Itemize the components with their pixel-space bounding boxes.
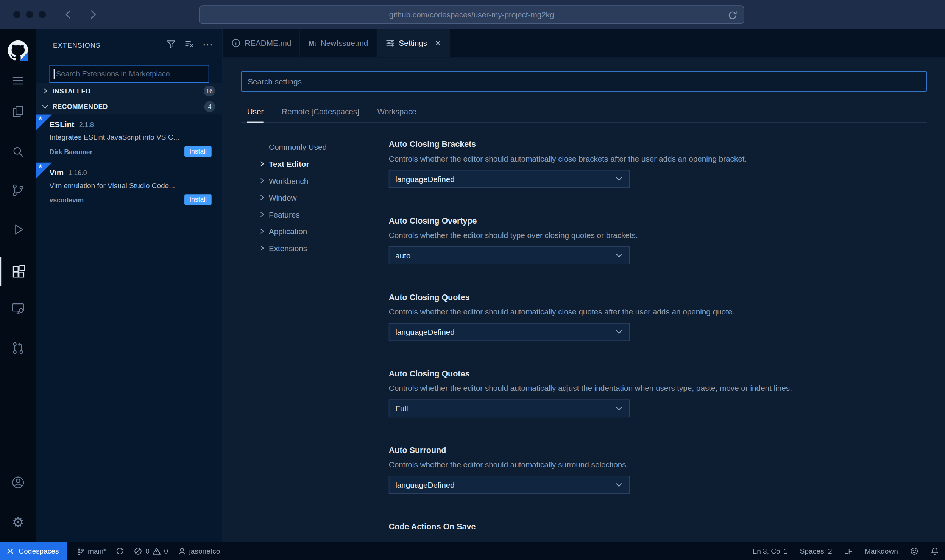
chevron-down-icon: [41, 103, 49, 111]
window-maximize-button[interactable]: [39, 11, 46, 18]
info-icon: [231, 39, 240, 48]
tab-settings[interactable]: Settings ✕: [377, 29, 450, 57]
branch-name: main*: [88, 547, 106, 555]
star-icon: ★: [38, 115, 43, 121]
extensions-search-input[interactable]: [50, 65, 209, 83]
editor-tab-bar: README.md M↓ NewIssue.md Settings ✕: [223, 29, 945, 57]
sidebar-item-settings[interactable]: ⚙: [0, 508, 36, 537]
scope-tab-remote[interactable]: Remote [Codespaces]: [282, 107, 359, 122]
url-text: github.com/codespaces/user-my-project-mg…: [389, 10, 554, 19]
filter-button[interactable]: [166, 39, 176, 51]
window-close-button[interactable]: [13, 11, 20, 18]
sync-button[interactable]: [111, 547, 129, 555]
sidebar-item-extensions[interactable]: [0, 257, 36, 286]
scope-tab-workspace[interactable]: Workspace: [377, 107, 416, 122]
user-status[interactable]: jasonetco: [173, 547, 225, 555]
toc-item-window[interactable]: Window: [259, 189, 388, 206]
settings-search-input[interactable]: [241, 71, 927, 92]
setting-title: Code Actions On Save: [389, 522, 927, 531]
github-codespaces-logo: [8, 40, 28, 61]
pull-request-icon: [11, 341, 25, 355]
sidebar-item-remote-explorer[interactable]: [0, 294, 36, 323]
toc-item-features[interactable]: Features: [259, 206, 388, 223]
scope-tab-user[interactable]: User: [247, 107, 264, 123]
feedback-smiley-icon: [910, 547, 918, 555]
source-control-icon: [11, 183, 25, 198]
setting-select[interactable]: auto: [389, 246, 630, 264]
warning-icon: [153, 547, 161, 555]
chevron-right-icon: [259, 212, 265, 218]
tab-readme[interactable]: README.md: [223, 29, 300, 57]
extension-list-item[interactable]: ★ Vim 1.16.0 Vim emulation for Visual St…: [36, 163, 223, 211]
filter-funnel-icon: [166, 39, 176, 48]
extension-name: ESLint: [50, 120, 75, 129]
setting-select[interactable]: languageDefined: [389, 476, 630, 494]
setting-row: Auto Surround Controls whether the edito…: [389, 446, 927, 494]
window-minimize-button[interactable]: [26, 11, 33, 18]
extension-list-item[interactable]: ★ ESLint 2.1.8 Integrates ESLint JavaScr…: [36, 114, 223, 162]
toc-label: Workbench: [269, 176, 308, 185]
browser-forward-button[interactable]: [88, 9, 99, 20]
sidebar-item-explorer[interactable]: [0, 97, 36, 126]
close-icon[interactable]: ✕: [435, 39, 441, 47]
indentation-status[interactable]: Spaces: 2: [794, 547, 838, 555]
sidebar-item-search[interactable]: [0, 137, 36, 166]
toc-label: Commonly Used: [269, 142, 327, 151]
bell-icon: [931, 547, 939, 555]
sidebar-item-run-debug[interactable]: [0, 215, 36, 244]
toc-item-text-editor[interactable]: Text Editor: [259, 156, 388, 173]
sidebar-item-pull-requests[interactable]: [0, 334, 36, 362]
settings-editor: User Remote [Codespaces] Workspace Commo…: [223, 57, 945, 542]
setting-select[interactable]: languageDefined: [389, 323, 630, 341]
recommended-count-badge: 4: [204, 101, 215, 112]
installed-count-badge: 16: [204, 86, 215, 96]
chevron-right-icon: [259, 161, 265, 167]
notifications-button[interactable]: [925, 547, 945, 555]
section-label: INSTALLED: [52, 87, 90, 95]
sidebar-item-account[interactable]: [0, 468, 36, 497]
toc-item-workbench[interactable]: Workbench: [259, 172, 388, 189]
branch-status[interactable]: main*: [72, 547, 111, 555]
toc-item-application[interactable]: Application: [259, 223, 388, 240]
chevron-right-icon: [259, 228, 265, 234]
chevron-right-icon: [259, 245, 265, 251]
username: jasonetco: [189, 547, 220, 555]
section-recommended[interactable]: RECOMMENDED 4: [36, 99, 223, 114]
more-actions-button[interactable]: ⋯: [203, 42, 213, 48]
remote-explorer-icon: [11, 301, 25, 316]
chevron-down-icon: [615, 404, 623, 412]
setting-row: Auto Closing Quotes Controls whether the…: [389, 293, 927, 341]
setting-description: Controls whether the editor should autom…: [389, 307, 927, 316]
install-button[interactable]: Install: [185, 194, 212, 205]
toc-item-commonly-used[interactable]: Commonly Used: [259, 138, 388, 156]
browser-back-button[interactable]: [63, 9, 74, 20]
tab-newissue[interactable]: M↓ NewIssue.md: [300, 29, 377, 57]
sidebar-item-menu[interactable]: [0, 66, 36, 95]
eol-status[interactable]: LF: [838, 547, 859, 555]
setting-select[interactable]: languageDefined: [389, 170, 630, 188]
chevron-right-icon: [90, 9, 97, 19]
refresh-button[interactable]: [727, 10, 738, 20]
section-installed[interactable]: INSTALLED 16: [36, 83, 223, 99]
install-button[interactable]: Install: [185, 146, 212, 157]
section-label: RECOMMENDED: [52, 103, 108, 110]
sidebar-item-source-control[interactable]: [0, 176, 36, 205]
problems-status[interactable]: 0 0: [129, 547, 173, 555]
sync-icon: [116, 547, 124, 555]
setting-select[interactable]: Full: [389, 399, 630, 417]
tab-label: NewIssue.md: [321, 39, 368, 48]
setting-row: Auto Closing Brackets Controls whether t…: [389, 140, 927, 188]
toc-item-extensions[interactable]: Extensions: [259, 240, 388, 257]
address-bar[interactable]: github.com/codespaces/user-my-project-mg…: [199, 5, 744, 24]
setting-title: Auto Closing Quotes: [389, 369, 927, 378]
clear-filter-button[interactable]: [184, 39, 194, 51]
error-count: 0: [145, 547, 150, 555]
codespaces-remote-indicator[interactable]: Codespaces: [0, 542, 67, 560]
language-mode-status[interactable]: Markdown: [859, 547, 904, 555]
cursor-position-status[interactable]: Ln 3, Col 1: [747, 547, 794, 555]
feedback-button[interactable]: [904, 547, 925, 555]
setting-description: Controls whether the editor should type …: [389, 231, 927, 240]
browser-window: github.com/codespaces/user-my-project-mg…: [0, 0, 945, 560]
account-icon: [11, 475, 25, 490]
text-cursor: [54, 69, 55, 79]
